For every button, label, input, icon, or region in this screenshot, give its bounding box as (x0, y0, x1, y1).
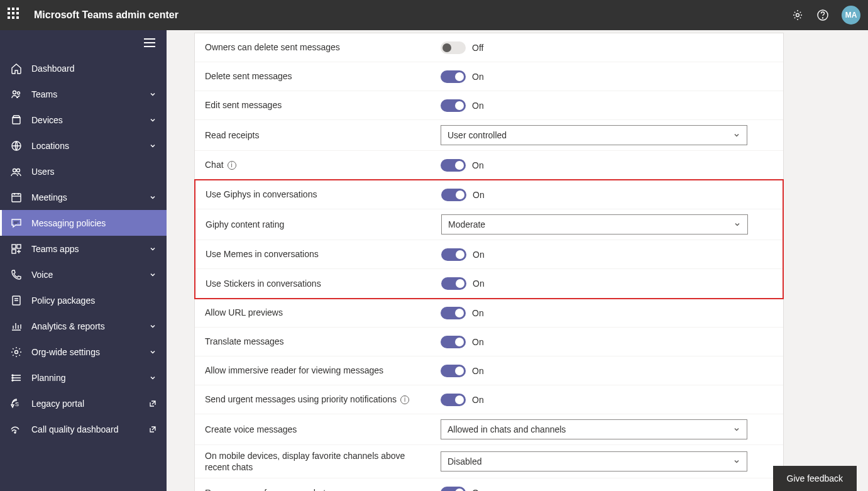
sidebar-item-call-quality-dashboard[interactable]: Call quality dashboard (0, 416, 167, 442)
setting-row: Giphy content ratingModerate (195, 209, 783, 240)
sidebar-item-devices[interactable]: Devices (0, 107, 167, 133)
external-link-icon (145, 400, 157, 407)
setting-row: Allow immersive reader for viewing messa… (195, 356, 783, 385)
svg-point-3 (13, 91, 16, 94)
sidebar-item-voice[interactable]: Voice (0, 262, 167, 287)
select-dropdown[interactable]: Allowed in chats and channels (441, 419, 747, 439)
setting-label: Owners can delete sent messages (205, 41, 441, 53)
chevron-down-icon (149, 271, 157, 279)
svg-rect-10 (12, 245, 16, 248)
info-icon[interactable]: i (400, 395, 409, 404)
sidebar-item-analytics-reports[interactable]: Analytics & reports (0, 313, 167, 339)
sidebar-item-messaging-policies[interactable]: Messaging policies (0, 210, 167, 236)
select-value: Moderate (448, 219, 485, 229)
toggle-state-label: Off (472, 43, 483, 53)
chevron-down-icon (149, 374, 157, 382)
toggle-state-label: On (473, 190, 485, 200)
setting-label: Giphy content rating (206, 219, 441, 230)
svg-point-2 (823, 18, 823, 18)
sidebar-item-teams-apps[interactable]: Teams apps (0, 236, 167, 262)
select-value: User controlled (448, 130, 507, 140)
sidebar-item-label: Teams apps (31, 244, 149, 254)
setting-label: Chati (205, 159, 441, 170)
setting-label: Allow URL previews (205, 307, 441, 318)
setting-label: Remove users from group chats (205, 487, 441, 491)
give-feedback-button[interactable]: Give feedback (773, 466, 857, 491)
chevron-down-icon (149, 245, 157, 253)
toggle-switch[interactable] (441, 487, 466, 491)
toggle-switch[interactable] (441, 159, 466, 172)
setting-row: Delete sent messagesOn (195, 62, 783, 91)
setting-row: Send urgent messages using priority noti… (195, 385, 783, 414)
toggle-switch[interactable] (441, 189, 466, 201)
sidebar-item-dashboard[interactable]: Dashboard (0, 55, 167, 81)
setting-row: Translate messagesOn (195, 328, 783, 356)
user-avatar[interactable]: MA (842, 6, 860, 25)
sidebar-item-planning[interactable]: Planning (0, 365, 167, 390)
svg-rect-5 (13, 118, 20, 124)
sidebar-item-label: Policy packages (31, 295, 157, 306)
sidebar-item-teams[interactable]: Teams (0, 81, 167, 107)
setting-label: Use Stickers in conversations (206, 278, 441, 289)
external-link-icon (145, 426, 157, 433)
svg-point-8 (17, 168, 20, 172)
setting-row: Allow URL previewsOn (195, 299, 783, 328)
sidebar-collapse-icon[interactable] (144, 38, 155, 47)
svg-point-7 (13, 168, 16, 172)
svg-rect-9 (12, 194, 21, 202)
sidebar-item-label: Dashboard (31, 63, 157, 74)
chevron-down-icon (149, 91, 157, 98)
toggle-switch[interactable] (441, 336, 466, 348)
toggle-switch[interactable] (441, 394, 466, 406)
home-icon (10, 62, 23, 75)
setting-row: Use Stickers in conversationsOn (195, 269, 783, 298)
settings-panel: Owners can delete sent messagesOffDelete… (194, 33, 784, 491)
setting-row: On mobile devices, display favorite chan… (195, 445, 783, 478)
toggle-switch[interactable] (441, 70, 466, 83)
setting-label: Send urgent messages using priority noti… (205, 394, 441, 405)
top-bar: Microsoft Teams admin center MA (0, 0, 868, 30)
info-icon[interactable]: i (228, 161, 236, 170)
sidebar-item-org-wide-settings[interactable]: Org-wide settings (0, 339, 167, 365)
toggle-switch[interactable] (441, 41, 466, 54)
toggle-state-label: On (472, 308, 484, 318)
analytics-icon (10, 320, 23, 333)
toggle-switch[interactable] (441, 277, 466, 290)
select-dropdown[interactable]: User controlled (441, 125, 747, 145)
sidebar-item-label: Planning (31, 373, 149, 383)
settings-icon[interactable] (791, 9, 804, 21)
sidebar-item-locations[interactable]: Locations (0, 133, 167, 158)
svg-point-0 (796, 14, 799, 17)
toggle-state-label: On (473, 279, 485, 289)
sidebar: Dashboard Teams Devices Locations Users … (0, 30, 167, 491)
apps-icon (10, 243, 23, 255)
select-dropdown[interactable]: Disabled (441, 451, 747, 472)
select-dropdown[interactable]: Moderate (441, 214, 748, 234)
setting-row: Use Giphys in conversationsOn (195, 180, 783, 209)
toggle-state-label: On (472, 488, 484, 491)
sidebar-item-users[interactable]: Users (0, 158, 167, 184)
svg-point-16 (12, 377, 13, 378)
setting-row: Use Memes in conversationsOn (195, 240, 783, 269)
sidebar-item-policy-packages[interactable]: Policy packages (0, 287, 167, 313)
setting-label: On mobile devices, display favorite chan… (205, 450, 441, 473)
toggle-switch[interactable] (441, 248, 466, 261)
setting-row: ChatiOn (195, 151, 783, 180)
chevron-down-icon (149, 348, 157, 356)
setting-row: Create voice messagesAllowed in chats an… (195, 414, 783, 445)
calendar-icon (10, 191, 23, 204)
toggle-switch[interactable] (441, 307, 466, 319)
app-launcher-icon[interactable] (8, 8, 23, 23)
toggle-switch[interactable] (441, 99, 466, 112)
setting-label: Allow immersive reader for viewing messa… (205, 365, 441, 376)
setting-label: Translate messages (205, 336, 441, 347)
sidebar-item-label: Legacy portal (31, 399, 145, 409)
sidebar-item-meetings[interactable]: Meetings (0, 184, 167, 210)
setting-label: Delete sent messages (205, 70, 441, 82)
sidebar-item-label: Users (31, 167, 157, 177)
sidebar-item-label: Call quality dashboard (31, 424, 145, 434)
toggle-switch[interactable] (441, 365, 466, 377)
help-icon[interactable] (816, 9, 829, 21)
sidebar-item-legacy-portal[interactable]: S Legacy portal (0, 390, 167, 416)
globe-icon (10, 140, 23, 152)
